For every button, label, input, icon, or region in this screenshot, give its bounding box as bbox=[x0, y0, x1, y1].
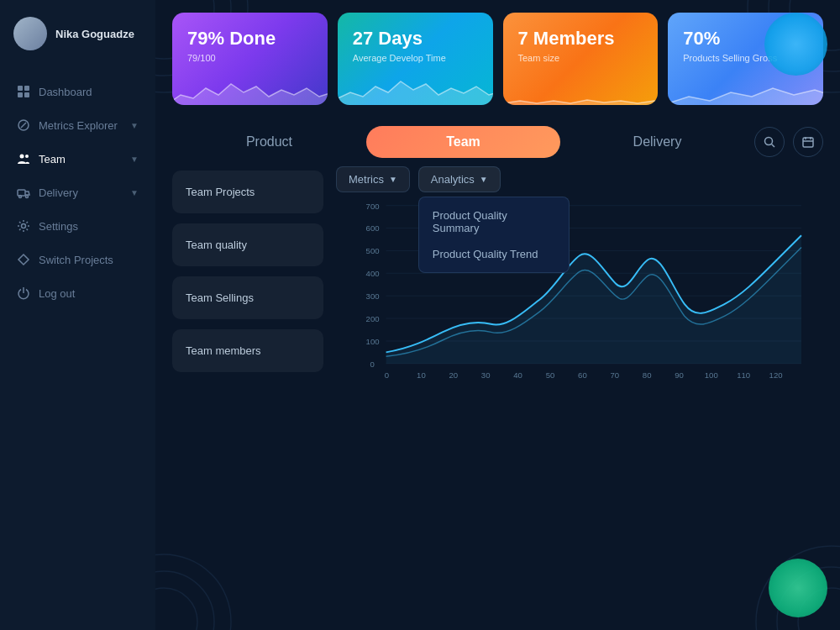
calendar-button[interactable] bbox=[793, 127, 823, 157]
metrics-dropdown[interactable]: Metrics ▼ bbox=[336, 166, 410, 192]
truck-icon bbox=[17, 186, 30, 199]
svg-text:0: 0 bbox=[385, 370, 389, 380]
list-item-sellings[interactable]: Team Sellings bbox=[172, 276, 323, 319]
analytics-dropdown-menu: Product Quality Summary Product Quality … bbox=[418, 197, 570, 273]
stat-value-days: 27 Days bbox=[353, 28, 478, 50]
gear-icon bbox=[17, 219, 30, 233]
content-area: Team Projects Team quality Team Sellings… bbox=[155, 166, 840, 630]
right-panel: Metrics ▼ Analytics ▼ Product Quality Su… bbox=[323, 166, 823, 630]
svg-text:120: 120 bbox=[769, 370, 783, 380]
left-panel: Team Projects Team quality Team Sellings… bbox=[172, 166, 323, 630]
chevron-down-icon: ▼ bbox=[130, 188, 139, 197]
tabs-row: Product Team Delivery bbox=[155, 118, 840, 166]
stat-value-members: 7 Members bbox=[518, 28, 643, 50]
sidebar-item-dashboard[interactable]: Dashboard bbox=[0, 76, 155, 108]
svg-rect-15 bbox=[24, 92, 29, 97]
list-item-quality[interactable]: Team quality bbox=[172, 223, 323, 266]
svg-text:110: 110 bbox=[737, 370, 750, 380]
sidebar-user: Nika Goguadze bbox=[0, 0, 155, 67]
svg-rect-14 bbox=[18, 92, 23, 97]
svg-text:60: 60 bbox=[578, 370, 587, 380]
svg-text:300: 300 bbox=[366, 291, 380, 301]
sidebar-item-label: Team bbox=[39, 153, 66, 165]
sidebar-item-label: Metrics Explorer bbox=[39, 119, 118, 132]
sidebar-item-label: Settings bbox=[39, 220, 78, 233]
wave-1 bbox=[172, 71, 328, 105]
tab-product[interactable]: Product bbox=[172, 126, 366, 158]
sidebar-item-switch-projects[interactable]: Switch Projects bbox=[0, 244, 155, 276]
sidebar-nav: Dashboard Metrics Explorer ▼ T bbox=[0, 67, 155, 630]
svg-point-18 bbox=[25, 155, 29, 158]
sidebar-item-settings[interactable]: Settings bbox=[0, 210, 155, 242]
sidebar-item-label: Log out bbox=[39, 287, 75, 300]
svg-point-25 bbox=[765, 138, 773, 145]
sidebar-item-team[interactable]: Team ▼ bbox=[0, 143, 155, 175]
svg-line-26 bbox=[772, 144, 775, 148]
analytics-dropdown[interactable]: Analytics ▼ bbox=[418, 166, 501, 192]
users-icon bbox=[17, 152, 30, 165]
sidebar-item-metrics[interactable]: Metrics Explorer ▼ bbox=[0, 109, 155, 141]
svg-text:400: 400 bbox=[366, 269, 380, 278]
grid-icon bbox=[17, 85, 30, 98]
stat-sub-days: Average Develop Time bbox=[353, 53, 478, 63]
svg-rect-13 bbox=[24, 86, 29, 91]
svg-text:10: 10 bbox=[417, 370, 426, 380]
gauge-icon bbox=[17, 118, 30, 132]
svg-rect-19 bbox=[18, 190, 25, 196]
svg-text:700: 700 bbox=[366, 202, 380, 211]
chevron-down-icon: ▼ bbox=[130, 155, 139, 164]
list-item-projects[interactable]: Team Projects bbox=[172, 171, 323, 213]
power-icon bbox=[17, 286, 30, 300]
stat-sub-members: Team size bbox=[518, 53, 643, 63]
dropdown-item-quality-summary[interactable]: Product Quality Summary bbox=[419, 202, 569, 241]
chart-container: 700 600 500 400 300 200 100 0 bbox=[336, 199, 823, 630]
svg-point-22 bbox=[22, 224, 26, 228]
wave-2 bbox=[338, 71, 493, 105]
main-content: 79% Done 79/100 27 Days Average Develop … bbox=[155, 0, 840, 630]
svg-text:100: 100 bbox=[705, 370, 718, 380]
orb-top-right bbox=[764, 13, 827, 76]
sidebar: Nika Goguadze Dashboard Metrics Exp bbox=[0, 0, 155, 630]
svg-text:0: 0 bbox=[370, 360, 374, 369]
tab-delivery[interactable]: Delivery bbox=[560, 126, 754, 158]
svg-text:80: 80 bbox=[643, 370, 652, 380]
avatar bbox=[13, 17, 47, 50]
svg-text:40: 40 bbox=[513, 370, 522, 380]
search-button[interactable] bbox=[754, 127, 785, 157]
stat-value-done: 79% Done bbox=[187, 28, 312, 50]
stat-cards: 79% Done 79/100 27 Days Average Develop … bbox=[155, 0, 840, 118]
chevron-down-icon: ▼ bbox=[480, 175, 488, 184]
tab-team[interactable]: Team bbox=[366, 126, 560, 158]
user-name: Nika Goguadze bbox=[55, 28, 134, 40]
svg-text:70: 70 bbox=[610, 370, 619, 380]
svg-text:50: 50 bbox=[546, 370, 555, 380]
sidebar-item-logout[interactable]: Log out bbox=[0, 277, 155, 309]
line-chart: 700 600 500 400 300 200 100 0 bbox=[336, 199, 823, 401]
svg-rect-27 bbox=[803, 138, 813, 147]
svg-rect-12 bbox=[18, 86, 23, 91]
sidebar-item-label: Switch Projects bbox=[39, 254, 113, 266]
dropdown-row: Metrics ▼ Analytics ▼ Product Quality Su… bbox=[336, 166, 823, 192]
chevron-down-icon: ▼ bbox=[389, 175, 397, 184]
svg-text:100: 100 bbox=[366, 337, 380, 346]
svg-text:20: 20 bbox=[449, 370, 458, 380]
dropdown-item-quality-trend[interactable]: Product Quality Trend bbox=[419, 241, 569, 267]
chevron-down-icon: ▼ bbox=[130, 121, 139, 130]
svg-text:200: 200 bbox=[366, 314, 380, 323]
stat-card-members: 7 Members Team size bbox=[503, 13, 659, 105]
sidebar-item-label: Dashboard bbox=[39, 86, 92, 98]
sidebar-item-delivery[interactable]: Delivery ▼ bbox=[0, 176, 155, 208]
svg-marker-23 bbox=[18, 255, 29, 265]
svg-text:90: 90 bbox=[675, 370, 684, 380]
list-item-members[interactable]: Team members bbox=[172, 329, 323, 372]
svg-text:500: 500 bbox=[366, 246, 380, 255]
sidebar-item-label: Delivery bbox=[39, 186, 78, 199]
svg-point-17 bbox=[20, 155, 24, 159]
svg-point-20 bbox=[19, 196, 22, 198]
stat-sub-done: 79/100 bbox=[187, 53, 312, 63]
wave-4 bbox=[668, 71, 823, 105]
svg-point-21 bbox=[26, 196, 29, 198]
stat-card-days: 27 Days Average Develop Time bbox=[338, 13, 493, 105]
diamond-icon bbox=[17, 253, 30, 266]
svg-text:30: 30 bbox=[481, 370, 491, 380]
